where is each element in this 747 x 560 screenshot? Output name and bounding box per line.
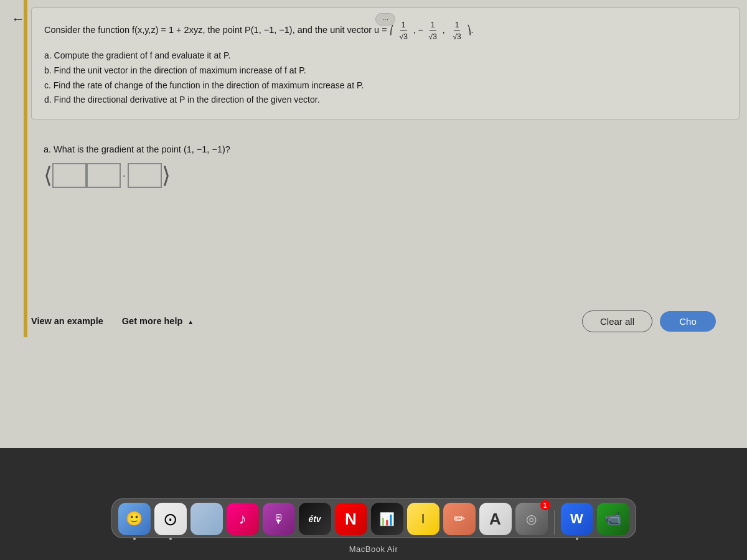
back-arrow[interactable]: ← xyxy=(11,11,25,27)
dock-icon-pencil[interactable]: ✏ xyxy=(443,503,476,535)
dock-icon-word[interactable]: W xyxy=(561,503,593,535)
part-a: a. Compute the gradient of f and evaluat… xyxy=(44,49,726,63)
answer-boxes-container: ⟨ · ⟩ xyxy=(44,163,727,188)
siri-icon-symbol: ◎ xyxy=(526,511,537,526)
get-more-help-arrow: ▲ xyxy=(187,319,194,325)
answer-box-3[interactable] xyxy=(128,163,162,188)
dock-icon-blank[interactable] xyxy=(190,503,223,535)
main-content: ← Consider the function f(x,y,z) = 1 + 2… xyxy=(0,0,747,448)
question-area: a. What is the gradient at the point (1,… xyxy=(31,129,740,188)
unit-vector-display: ⎛ 1 √3 , − 1 √3 , 1 √3 ⎞. xyxy=(390,25,474,35)
dock-icon-podcasts[interactable]: 🎙 xyxy=(263,503,295,535)
dock-icon-finder[interactable]: 🙂 xyxy=(118,503,151,535)
dock-divider xyxy=(554,510,555,535)
get-more-help-link[interactable]: Get more help ▲ xyxy=(122,316,194,326)
dock-icon-news[interactable]: N xyxy=(335,503,367,535)
dock-icon-tv[interactable]: étv xyxy=(299,503,331,535)
clear-all-button[interactable]: Clear all xyxy=(582,310,652,332)
yellow-accent-bar xyxy=(24,0,27,337)
problem-statement-text: Consider the function f(x,y,z) = 1 + 2xy… xyxy=(44,25,387,35)
answer-box-2[interactable] xyxy=(87,163,121,188)
check-button[interactable]: Cho xyxy=(660,311,716,332)
dock-dot-word xyxy=(576,538,578,540)
facetime-icon-symbol: 📹 xyxy=(604,511,621,527)
get-more-help-text: Get more help xyxy=(122,316,183,326)
dock-icon-siri[interactable]: ◎ 1 xyxy=(515,503,548,535)
news-icon-symbol: N xyxy=(345,510,357,529)
left-bracket: ⟨ xyxy=(44,164,52,187)
problem-area: Consider the function f(x,y,z) = 1 + 2xy… xyxy=(31,7,740,119)
answer-box-1[interactable] xyxy=(52,163,87,188)
question-text: a. What is the gradient at the point (1,… xyxy=(44,144,727,154)
part-b: b. Find the unit vector in the direction… xyxy=(44,63,726,78)
part-c: c. Find the rate of change of the functi… xyxy=(44,78,726,93)
finder-icon-symbol: 🙂 xyxy=(126,511,143,527)
stocks-icon-symbol: 📊 xyxy=(379,511,395,526)
word-icon-symbol: W xyxy=(570,511,583,527)
right-bracket: ⟩ xyxy=(162,164,171,187)
dock-icon-chrome[interactable]: ⊙ xyxy=(154,503,187,535)
dock-bar: 🙂 ⊙ ♪ 🎙 étv N 📊 xyxy=(111,498,636,538)
view-example-link[interactable]: View an example xyxy=(31,316,103,326)
music-icon-symbol: ♪ xyxy=(239,510,247,528)
problem-parts: a. Compute the gradient of f and evaluat… xyxy=(44,49,726,108)
dock-icon-facetime[interactable]: 📹 xyxy=(597,503,629,535)
chrome-icon-symbol: ⊙ xyxy=(163,509,177,530)
dock-icon-fontbook[interactable]: A xyxy=(479,503,512,535)
font-icon-symbol: A xyxy=(489,510,501,529)
dock-dot-finder xyxy=(133,538,136,540)
dock-icon-notes[interactable]: I xyxy=(407,503,439,535)
ellipsis-button[interactable]: ··· xyxy=(375,13,395,26)
action-bar: View an example Get more help ▲ Clear al… xyxy=(0,305,747,337)
tv-icon-symbol: étv xyxy=(308,514,321,524)
siri-notification-badge: 1 xyxy=(540,500,550,510)
dock-section: 🙂 ⊙ ♪ 🎙 étv N 📊 xyxy=(0,448,747,560)
dock-icon-music[interactable]: ♪ xyxy=(227,503,259,535)
notes-icon-symbol: I xyxy=(421,511,425,527)
part-d: d. Find the directional derivative at P … xyxy=(44,93,726,108)
macbook-label: MacBook Air xyxy=(349,544,398,554)
podcasts-icon-symbol: 🎙 xyxy=(273,512,285,526)
dock-dot-chrome xyxy=(169,538,172,540)
action-left: View an example Get more help ▲ xyxy=(31,316,194,326)
box-separator: · xyxy=(123,169,126,182)
dock-icon-stocks[interactable]: 📊 xyxy=(371,503,403,535)
question-container: a. What is the gradient at the point (1,… xyxy=(44,144,727,188)
pencil-icon-symbol: ✏ xyxy=(454,511,465,527)
action-right: Clear all Cho xyxy=(582,310,716,332)
